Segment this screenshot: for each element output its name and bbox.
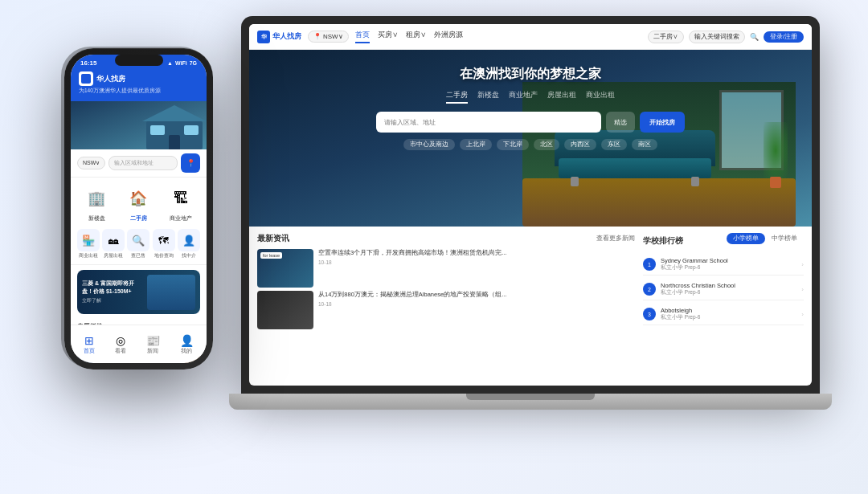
signal-icon: ▲ xyxy=(167,60,173,66)
area-tag-0[interactable]: 市中心及南边 xyxy=(403,139,455,150)
area-tag-3[interactable]: 北区 xyxy=(534,139,559,150)
school-tab-1[interactable]: 中学榜单 xyxy=(765,233,804,244)
school-header: 学校排行榜 小学榜单 中学榜单 xyxy=(643,233,804,249)
hero-tab-0[interactable]: 二手房 xyxy=(446,91,468,104)
nav-dropdown-secondhand[interactable]: 二手房∨ xyxy=(648,31,684,43)
school-info-0: Sydney Grammar School 私立小学 Prep-6 xyxy=(661,257,796,271)
bottom-nav-news[interactable]: 📰 新闻 xyxy=(146,334,160,355)
phone-cat-secondhand[interactable]: 🏠 二手房 xyxy=(124,184,153,223)
news-text-1: 从14万到880万澳元：揭秘澳洲总理Albanese的地产投资策略（组... xyxy=(318,291,635,299)
area-tag-6[interactable]: 南区 xyxy=(632,139,657,150)
hero-tab-3[interactable]: 房屋出租 xyxy=(547,91,576,104)
nav-logo-icon: 华 xyxy=(257,31,270,43)
hero-tab-4[interactable]: 商业出租 xyxy=(586,91,615,104)
phone-location-selector[interactable]: NSW∨ xyxy=(77,157,105,169)
news-date-0: 10-18 xyxy=(318,259,635,265)
secondhand-icon: 🏠 xyxy=(124,184,153,213)
nav-link-overseas[interactable]: 外洲房源 xyxy=(434,31,463,43)
house-rent-icon: 🏘 xyxy=(102,229,125,251)
cat2-label-0: 商业出租 xyxy=(79,252,98,259)
land-query-icon: 🗺 xyxy=(153,229,175,251)
phone-banner[interactable]: 三菱 & 富国期即将开盘！价格 $1-150M+ 立即了解 xyxy=(77,270,200,314)
hero-search-input[interactable] xyxy=(376,112,601,133)
school-info-2: Abbotsleigh 私立小学 Prep-6 xyxy=(661,307,796,321)
phone-map-button[interactable]: 📍 xyxy=(181,153,200,173)
house-door xyxy=(169,135,180,149)
website-nav: 华 华人找房 📍 NSW∨ 首页 买房∨ 租房∨ 外洲房源 二手房∨ 输入关键词… xyxy=(249,24,812,50)
news-more[interactable]: 查看更多新闻 xyxy=(596,235,635,243)
phone-cat-new-buildings[interactable]: 🏢 新楼盘 xyxy=(82,184,111,223)
phone-hero-image xyxy=(71,101,207,149)
nav-links: 首页 买房∨ 租房∨ 外洲房源 xyxy=(355,31,641,43)
hero-room-decoration xyxy=(522,82,796,227)
bottom-nav-home[interactable]: ⊞ 首页 xyxy=(84,334,95,355)
phone-tagline: 为140万澳洲华人提供最优质房源 xyxy=(79,88,199,95)
phone-cat2-0[interactable]: 🏪 商业出租 xyxy=(77,229,100,259)
school-rank-2: 3 xyxy=(643,308,656,320)
school-item-2[interactable]: 3 Abbotsleigh 私立小学 Prep-6 › xyxy=(643,304,804,325)
hero-tabs: 二手房 新楼盘 商业地产 房屋出租 商业出租 xyxy=(446,91,615,104)
school-meta-1: 私立小学 Prep-6 xyxy=(661,289,796,296)
couch-leg-right xyxy=(691,177,699,186)
phone-status-icons: ▲ WiFi 7G xyxy=(167,60,197,66)
school-arrow-0[interactable]: › xyxy=(801,261,804,268)
home-nav-icon: ⊞ xyxy=(84,334,94,347)
nav-login-btn[interactable]: 登录/注册 xyxy=(764,31,804,43)
news-section: 最新资讯 查看更多新闻 for lease 空置率连续3个月下滑，开发商拥抱高端… xyxy=(257,233,635,379)
school-info-1: Northcross Christian School 私立小学 Prep-6 xyxy=(661,282,796,296)
cat-label-1: 二手房 xyxy=(130,214,147,223)
school-arrow-1[interactable]: › xyxy=(801,286,804,293)
news-item-1[interactable]: 从14万到880万澳元：揭秘澳洲总理Albanese的地产投资策略（组... 1… xyxy=(257,291,635,329)
nav-link-buy[interactable]: 买房∨ xyxy=(378,31,398,43)
sold-search-icon: 🔍 xyxy=(127,229,149,251)
hero-tab-1[interactable]: 新楼盘 xyxy=(477,91,499,104)
school-section: 学校排行榜 小学榜单 中学榜单 1 Sydney Grammar School xyxy=(643,233,804,379)
browse-nav-icon: ◎ xyxy=(116,334,125,347)
phone: 16:15 ▲ WiFi 7G 华人找房 为140万澳洲华人提供最优质房源 xyxy=(64,48,213,369)
phone-cat-commercial[interactable]: 🏗 商业地产 xyxy=(166,184,195,223)
cat-label-0: 新楼盘 xyxy=(88,214,105,223)
phone-cat2-3[interactable]: 🗺 地价查询 xyxy=(153,229,175,259)
hero-title: 在澳洲找到你的梦想之家 xyxy=(460,66,601,83)
phone-screen: 16:15 ▲ WiFi 7G 华人找房 为140万澳洲华人提供最优质房源 xyxy=(71,55,207,363)
room-plant xyxy=(764,124,788,188)
area-tag-2[interactable]: 下北岸 xyxy=(497,139,529,150)
website-content: 最新资讯 查看更多新闻 for lease 空置率连续3个月下滑，开发商拥抱高端… xyxy=(249,227,812,386)
phone-search-input[interactable]: 输入区域和地址 xyxy=(108,156,178,170)
phone-nav-search: NSW∨ 输入区域和地址 📍 xyxy=(71,149,207,178)
area-tag-4[interactable]: 内西区 xyxy=(564,139,596,150)
phone-cat2-1[interactable]: 🏘 房屋出租 xyxy=(102,229,125,259)
nav-location[interactable]: 📍 NSW∨ xyxy=(308,31,349,43)
laptop-screen: 华 华人找房 📍 NSW∨ 首页 买房∨ 租房∨ 外洲房源 二手房∨ 输入关键词… xyxy=(249,24,812,386)
phone-cat2-4[interactable]: 👤 找中介 xyxy=(178,229,200,259)
nav-search-icon[interactable]: 🔍 xyxy=(750,33,759,41)
school-tab-0[interactable]: 小学榜单 xyxy=(727,233,765,244)
nav-link-rent[interactable]: 租房∨ xyxy=(406,31,426,43)
phone-logo-text: 华人找房 xyxy=(96,74,125,84)
laptop-base xyxy=(229,394,832,410)
bottom-nav-profile[interactable]: 👤 我的 xyxy=(180,334,194,355)
school-item-0[interactable]: 1 Sydney Grammar School 私立小学 Prep-6 › xyxy=(643,254,804,276)
cat2-label-3: 地价查询 xyxy=(154,252,174,259)
commercial-rent-icon: 🏪 xyxy=(77,229,100,251)
house-body xyxy=(146,121,203,149)
agent-icon: 👤 xyxy=(178,229,200,251)
hero-search-btn[interactable]: 开始找房 xyxy=(640,112,685,133)
school-item-1[interactable]: 2 Northcross Christian School 私立小学 Prep-… xyxy=(643,279,804,300)
nav-search-text[interactable]: 输入关键词搜索 xyxy=(689,31,745,43)
phone-bottom-nav: ⊞ 首页 ◎ 看看 📰 新闻 👤 我的 xyxy=(71,325,207,363)
news-date-1: 10-18 xyxy=(318,301,635,307)
area-tag-5[interactable]: 东区 xyxy=(601,139,627,150)
hero-tab-2[interactable]: 商业地产 xyxy=(509,91,538,104)
news-item-0[interactable]: for lease 空置率连续3个月下滑，开发商拥抱高端市场！澳洲租赁危机尚完.… xyxy=(257,249,635,288)
area-tag-1[interactable]: 上北岸 xyxy=(460,139,492,150)
school-arrow-2[interactable]: › xyxy=(801,311,804,318)
hero-search-bar: 精选 开始找房 xyxy=(376,112,685,133)
nav-link-home[interactable]: 首页 xyxy=(355,31,370,43)
news-header: 最新资讯 查看更多新闻 xyxy=(257,233,635,244)
hero-filter-btn[interactable]: 精选 xyxy=(606,112,635,133)
phone-cat2-2[interactable]: 🔍 查已售 xyxy=(127,229,149,259)
bottom-nav-browse[interactable]: ◎ 看看 xyxy=(115,334,126,355)
house-roof xyxy=(142,105,207,121)
news-nav-label: 新闻 xyxy=(147,348,158,355)
